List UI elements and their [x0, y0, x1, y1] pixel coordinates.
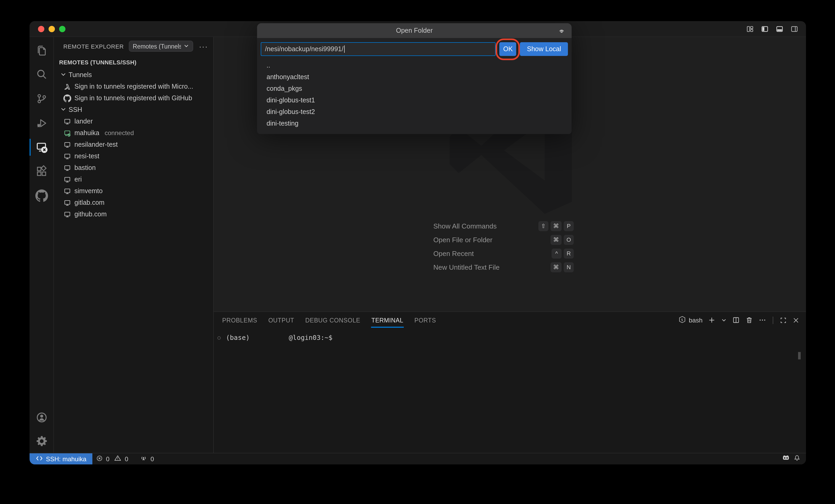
terminal-actions: $ bash — [678, 315, 800, 325]
shell-selector[interactable]: $ bash — [678, 315, 702, 325]
bell-icon[interactable] — [793, 455, 801, 463]
tree-item[interactable]: lander — [54, 116, 213, 127]
toggle-primary-sidebar-icon[interactable] — [760, 24, 769, 33]
new-terminal-icon[interactable] — [708, 316, 716, 324]
vm-icon — [63, 164, 71, 172]
remote-scope-dropdown[interactable]: Remotes (Tunnels — [128, 41, 193, 52]
p-key: P — [564, 221, 574, 231]
tree-item[interactable]: nesi-test — [54, 150, 213, 162]
search-icon[interactable] — [29, 62, 54, 86]
list-item[interactable]: dini-globus-test1 — [261, 95, 568, 106]
chevron-down-icon — [184, 43, 189, 49]
vm-icon — [63, 152, 71, 160]
source-control-icon[interactable] — [29, 86, 54, 111]
remote-indicator[interactable]: SSH: mahuika — [29, 453, 92, 464]
command-decoration[interactable]: ○ — [218, 335, 226, 340]
list-item[interactable]: anthonyacltest — [261, 71, 568, 83]
vscode-window: REMOTE EXPLORER Remotes (Tunnels ··· REM… — [29, 21, 806, 464]
tab-debug-console[interactable]: DEBUG CONSOLE — [305, 317, 360, 323]
folder-path-input[interactable]: /nesi/nobackup/nesi99991/ — [261, 42, 496, 56]
section-header[interactable]: REMOTES (TUNNELS/SSH) — [54, 54, 213, 69]
vm-icon — [63, 198, 71, 207]
remote-explorer-icon[interactable] — [29, 135, 54, 159]
chevron-down-icon — [60, 70, 67, 79]
toggle-panel-icon[interactable] — [775, 24, 784, 33]
tree-item[interactable]: simvemto — [54, 185, 213, 197]
terminal-viewport[interactable]: ○ (base) @login03:~$ — [214, 328, 806, 453]
maximize-panel-icon[interactable] — [779, 316, 787, 324]
watermark-shortcuts: Show All Commands ⇧ ⌘ P Open File or Fol… — [433, 219, 574, 274]
split-terminal-icon[interactable] — [732, 316, 740, 324]
list-item[interactable]: conda_pkgs — [261, 83, 568, 95]
extensions-icon[interactable] — [29, 159, 54, 184]
copilot-icon[interactable] — [782, 454, 790, 464]
show-local-button[interactable]: Show Local — [520, 42, 568, 56]
vm-icon — [63, 117, 71, 126]
shortcut-row: New Untitled Text File ⌘ N — [433, 260, 574, 274]
customize-layout-icon[interactable] — [746, 24, 754, 33]
o-key: O — [564, 235, 574, 245]
actions-separator — [773, 316, 773, 324]
cmd-key: ⌘ — [550, 262, 562, 272]
terminal-scrollbar[interactable] — [798, 352, 801, 359]
close-panel-icon[interactable] — [792, 316, 800, 324]
remote-explorer-sidebar: REMOTE EXPLORER Remotes (Tunnels ··· REM… — [54, 37, 214, 453]
minimize-window-button[interactable] — [48, 26, 55, 32]
run-debug-icon[interactable] — [29, 111, 54, 135]
tree-item[interactable]: eri — [54, 174, 213, 185]
tree-item[interactable]: nesilander-test — [54, 139, 213, 150]
quick-input-dialog: Open Folder /nesi/nobackup/nesi99991/ OK… — [257, 23, 572, 134]
github-icon[interactable] — [29, 184, 54, 208]
dialog-body: /nesi/nobackup/nesi99991/ OK Show Local … — [257, 38, 572, 134]
list-item[interactable]: dini-testing — [261, 118, 568, 129]
tab-terminal[interactable]: TERMINAL — [371, 317, 403, 323]
vm-icon — [63, 210, 71, 219]
r-key: R — [564, 248, 574, 258]
error-icon — [96, 455, 103, 463]
folder-suggestion-list: .. anthonyacltest conda_pkgs dini-globus… — [261, 60, 568, 129]
ok-button[interactable]: OK — [500, 42, 516, 56]
tab-ports[interactable]: PORTS — [414, 317, 436, 323]
zoom-window-button[interactable] — [59, 26, 65, 32]
tab-problems[interactable]: PROBLEMS — [222, 317, 257, 323]
toggle-secondary-sidebar-icon[interactable] — [790, 24, 799, 33]
tree-item[interactable]: bastion — [54, 162, 213, 174]
more-actions-icon[interactable] — [758, 316, 767, 324]
list-item[interactable]: dini-globus-test2 — [261, 106, 568, 118]
activity-bar — [29, 37, 54, 453]
explorer-icon[interactable] — [29, 38, 54, 62]
radio-tower-icon — [140, 455, 147, 463]
more-actions-icon[interactable]: ··· — [198, 42, 209, 51]
bottom-panel: PROBLEMS OUTPUT DEBUG CONSOLE TERMINAL P… — [214, 311, 806, 453]
eye-icon[interactable] — [557, 26, 566, 36]
sidebar-title: REMOTE EXPLORER — [63, 43, 124, 49]
dialog-title-bar[interactable]: Open Folder — [257, 23, 572, 38]
azure-icon — [63, 82, 71, 91]
remote-icon — [36, 455, 43, 463]
problems-status[interactable]: 0 0 — [92, 453, 132, 464]
github-icon — [63, 94, 71, 102]
close-window-button[interactable] — [38, 26, 44, 32]
chevron-down-icon[interactable] — [721, 317, 727, 323]
list-item[interactable]: .. — [261, 60, 568, 71]
tab-output[interactable]: OUTPUT — [268, 317, 294, 323]
tree-item[interactable]: github.com — [54, 208, 213, 220]
svg-text:$: $ — [681, 318, 683, 321]
tree-item[interactable]: Sign in to tunnels registered with Micro… — [54, 81, 213, 92]
tree-group-ssh[interactable]: SSH — [54, 104, 213, 116]
warning-icon — [114, 455, 122, 463]
tree-item[interactable]: Sign in to tunnels registered with GitHu… — [54, 92, 213, 104]
cmd-key: ⌘ — [550, 235, 562, 245]
tree-item[interactable]: gitlab.com — [54, 197, 213, 208]
vm-icon — [63, 187, 71, 195]
kill-terminal-trash-icon[interactable] — [745, 316, 753, 324]
tree-item-connected[interactable]: mahuikaconnected — [54, 127, 213, 139]
tree-group-tunnels[interactable]: Tunnels — [54, 69, 213, 81]
vm-icon — [63, 140, 71, 149]
vm-icon — [63, 175, 71, 184]
accounts-icon[interactable] — [29, 405, 54, 429]
prompt-host: @login03:~$ — [289, 334, 332, 341]
chevron-down-icon — [60, 105, 67, 114]
ports-status[interactable]: 0 — [136, 453, 158, 464]
settings-gear-icon[interactable] — [29, 429, 54, 453]
